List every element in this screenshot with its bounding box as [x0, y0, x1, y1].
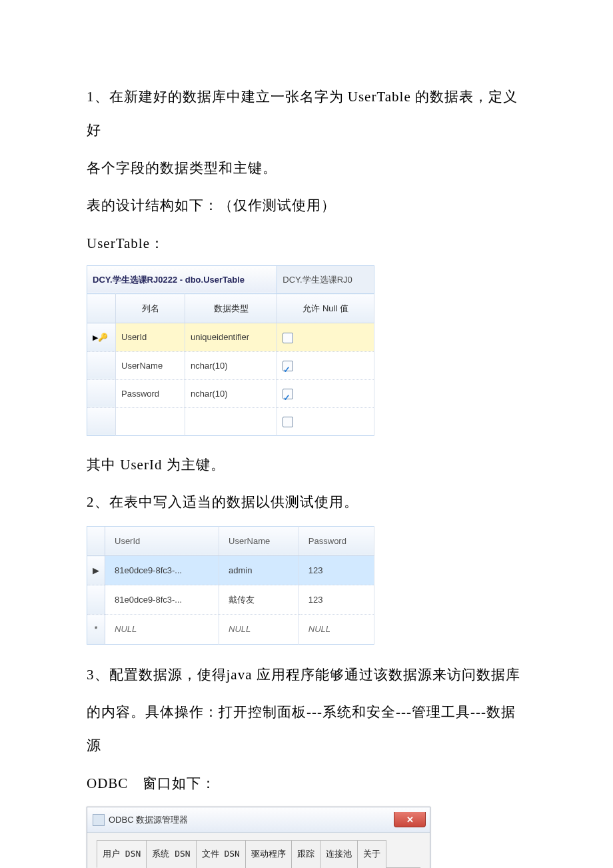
tab-pool[interactable]: 连接池	[320, 840, 358, 867]
paragraph-6b: 的内容。具体操作：打开控制面板---系统和安全---管理工具---数据源	[87, 695, 526, 763]
cell-type[interactable]: nchar(10)	[185, 351, 277, 379]
cell-type[interactable]: uniqueidentifier	[185, 323, 277, 351]
close-button[interactable]: ✕	[394, 812, 426, 827]
col-header-type: 数据类型	[185, 294, 277, 323]
paragraph-6c: ODBC 窗口如下：	[87, 767, 526, 800]
paragraph-5: 2、在表中写入适当的数据以供测试使用。	[87, 485, 526, 519]
allow-null-checkbox[interactable]	[283, 333, 293, 343]
paragraph-3: UserTable：	[87, 227, 526, 260]
cell-username[interactable]: admin	[219, 556, 299, 585]
tab-strip: 用户 DSN 系统 DSN 文件 DSN 驱动程序 跟踪 连接池 关于	[97, 839, 420, 867]
close-icon: ✕	[406, 809, 414, 830]
table-row[interactable]	[87, 407, 374, 435]
design-tab-active[interactable]: DCY.学生选课RJ0222 - dbo.UserTable	[87, 265, 277, 293]
cell-name[interactable]: UserId	[116, 323, 185, 351]
cell-userid[interactable]: NULL	[105, 615, 219, 644]
table-row[interactable]: 81e0dce9-8fc3-... 戴传友 123	[87, 585, 374, 615]
tab-user-dsn[interactable]: 用户 DSN	[97, 840, 147, 867]
cell-username[interactable]: 戴传友	[219, 585, 299, 615]
cell-name[interactable]: Password	[116, 379, 185, 407]
tab-system-dsn[interactable]: 系统 DSN	[146, 840, 196, 867]
paragraph-2: 表的设计结构如下：（仅作测试使用）	[87, 189, 526, 222]
cell-name[interactable]: UserName	[116, 351, 185, 379]
col-username: UserName	[219, 526, 299, 555]
tab-file-dsn[interactable]: 文件 DSN	[196, 840, 246, 867]
cell-type[interactable]: nchar(10)	[185, 379, 277, 407]
cell-password[interactable]: 123	[299, 585, 374, 615]
paragraph-6a: 3、配置数据源，使得java 应用程序能够通过该数据源来访问数据库	[87, 658, 526, 691]
cell-password[interactable]: 123	[299, 556, 374, 585]
col-password: Password	[299, 526, 374, 555]
tab-about[interactable]: 关于	[357, 840, 386, 867]
table-row[interactable]: Password nchar(10)	[87, 379, 374, 407]
design-tab-inactive[interactable]: DCY.学生选课RJ0	[277, 265, 374, 293]
cell-username[interactable]: NULL	[219, 615, 299, 644]
paragraph-1a: 1、在新建好的数据库中建立一张名字为 UserTable 的数据表，定义好	[87, 80, 526, 147]
tab-trace[interactable]: 跟踪	[291, 840, 320, 867]
paragraph-1b: 各个字段的数据类型和主键。	[87, 151, 526, 185]
col-header-null: 允许 Null 值	[277, 294, 374, 323]
cell-userid[interactable]: 81e0dce9-8fc3-...	[105, 556, 219, 585]
odbc-app-icon	[93, 814, 105, 826]
primary-key-icon: ▶🔑	[93, 333, 108, 342]
design-table: DCY.学生选课RJ0222 - dbo.UserTable DCY.学生选课R…	[87, 265, 374, 436]
table-row[interactable]: UserName nchar(10)	[87, 351, 374, 379]
allow-null-checkbox[interactable]	[283, 361, 293, 371]
table-row[interactable]: ▶ 81e0dce9-8fc3-... admin 123	[87, 556, 374, 585]
data-table: UserId UserName Password ▶ 81e0dce9-8fc3…	[87, 526, 374, 645]
cell-password[interactable]: NULL	[299, 615, 374, 644]
allow-null-checkbox[interactable]	[283, 389, 293, 399]
tab-drivers[interactable]: 驱动程序	[245, 840, 292, 867]
allow-null-checkbox[interactable]	[283, 417, 293, 427]
table-row[interactable]: ▶🔑 UserId uniqueidentifier	[87, 323, 374, 351]
cell-userid[interactable]: 81e0dce9-8fc3-...	[105, 585, 219, 615]
odbc-dialog: ODBC 数据源管理器 ✕ 用户 DSN 系统 DSN 文件 DSN 驱动程序 …	[87, 807, 430, 868]
row-selector-icon: ▶	[87, 556, 105, 585]
col-userid: UserId	[105, 526, 219, 555]
new-row-icon: *	[87, 615, 105, 644]
table-row-new[interactable]: * NULL NULL NULL	[87, 615, 374, 644]
paragraph-4: 其中 UserId 为主键。	[87, 448, 526, 481]
col-header-name: 列名	[116, 294, 185, 323]
dialog-title: ODBC 数据源管理器	[109, 809, 188, 830]
